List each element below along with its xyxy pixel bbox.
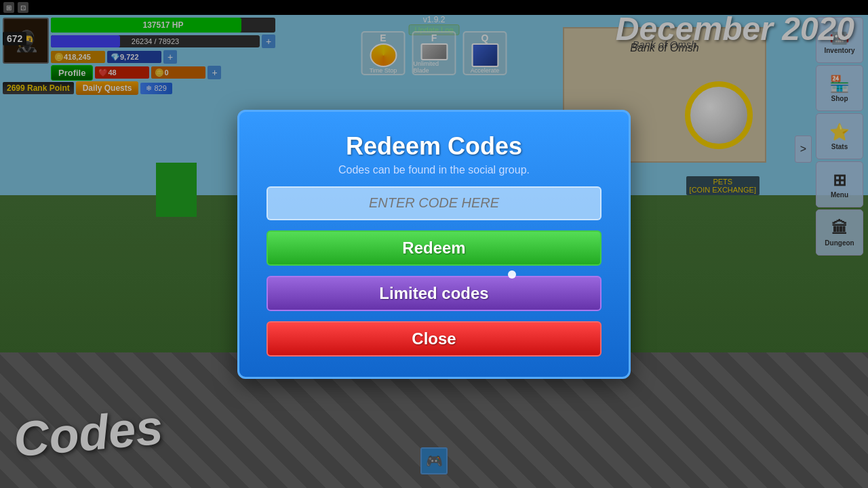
redeem-modal: Redeem Codes Codes can be found in the s… — [237, 110, 631, 379]
modal-subtitle: Codes can be found in the social group. — [338, 164, 530, 176]
modal-title: Redeem Codes — [346, 132, 522, 161]
limited-codes-button[interactable]: Limited codes — [267, 276, 601, 311]
modal-overlay: Redeem Codes Codes can be found in the s… — [0, 0, 868, 488]
close-button[interactable]: Close — [267, 321, 601, 357]
redeem-button[interactable]: Redeem — [267, 230, 601, 266]
code-input[interactable] — [267, 186, 601, 220]
